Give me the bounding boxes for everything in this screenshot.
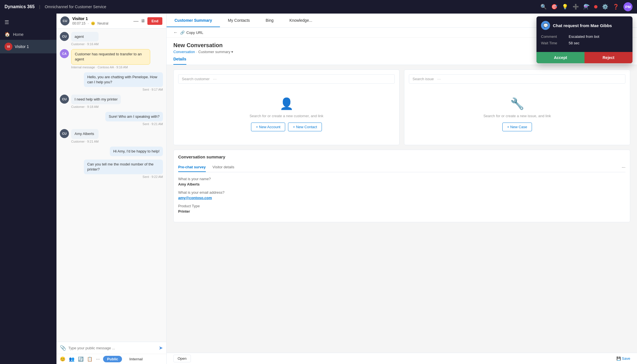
summary-more-button[interactable]: ···	[622, 165, 625, 170]
breadcrumb-separator: ·	[196, 50, 197, 54]
msg-bubble: Hello, you are chatting with Penelope. H…	[84, 72, 163, 87]
copy-url-label: Copy URL	[186, 30, 203, 35]
user-avatar[interactable]: PM	[623, 2, 632, 11]
add-icon[interactable]: ➕	[573, 4, 579, 10]
popup-actions: Accept Reject	[536, 52, 632, 63]
attach-icon[interactable]: 📎	[60, 345, 66, 351]
right-panel: Customer Summary My Contacts Bing Knowle…	[167, 14, 637, 364]
issue-empty-state: 🔧 Search for or create a new issue, and …	[409, 88, 625, 140]
customer-card: Search customer --- 👤 Search for or crea…	[173, 69, 400, 145]
public-tab-button[interactable]: Public	[103, 356, 122, 362]
save-button[interactable]: 💾 Save	[616, 356, 630, 361]
survey-question-name: What is your name?	[178, 177, 625, 181]
chat-input[interactable]	[68, 346, 156, 350]
message-row: Hello, you are chatting with Penelope. H…	[60, 72, 163, 91]
nav-divider: |	[39, 5, 40, 9]
message-row: Hi Amy, I'd be happy to help!	[60, 147, 163, 156]
chat-visitor-name: Visitor 1	[72, 16, 108, 21]
menu-hamburger[interactable]: ☰	[0, 16, 56, 29]
issue-card: Search issue --- 🔧 Search for or create …	[404, 69, 630, 145]
summary-tabs: Pre-chat survey Visitor details ···	[178, 163, 625, 172]
reject-button[interactable]: Reject	[584, 52, 632, 63]
message-row: CU Amy Alberts Customer · 9:21 AM	[60, 129, 163, 143]
visitor-chat-avatar: CU	[60, 16, 69, 25]
more-button[interactable]: ···	[96, 357, 100, 362]
survey-row-name: What is your name? Amy Alberts	[178, 177, 625, 186]
popup-avatar-icon: 💬	[541, 21, 550, 30]
msg-time: Customer · 9:18 AM	[71, 105, 121, 108]
accept-button[interactable]: Accept	[536, 52, 584, 63]
people-button[interactable]: 👥	[69, 356, 75, 362]
sentiment-label: Neutral	[97, 21, 108, 25]
issue-empty-text: Search for or create a new issue, and li…	[483, 114, 551, 118]
new-case-button[interactable]: + New Case	[502, 123, 532, 131]
content-area: Search customer --- 👤 Search for or crea…	[167, 65, 637, 353]
template-button[interactable]: 📋	[87, 356, 93, 362]
settings-icon[interactable]: ⚙️	[602, 4, 608, 10]
tab-bing[interactable]: Bing	[258, 14, 282, 27]
msg-bubble: Sure! Who am I speaking with?	[105, 112, 163, 121]
copy-url-button[interactable]: 🔗 Copy URL	[180, 30, 203, 35]
survey-question-email: What is your email address?	[178, 190, 625, 195]
help-icon[interactable]: ❓	[613, 4, 619, 10]
filter-icon[interactable]: ⚗️	[583, 4, 590, 10]
app-name: Omnichannel for Customer Service	[45, 5, 106, 9]
details-section: Search customer --- 👤 Search for or crea…	[167, 65, 637, 150]
msg-avatar: CU	[60, 95, 69, 104]
bottom-bar: Open 💾 Save	[167, 353, 637, 364]
transfer-button[interactable]: 🔄	[78, 356, 84, 362]
emoji-button[interactable]: 😊	[60, 356, 66, 362]
tab-knowledge[interactable]: Knowledge...	[282, 14, 320, 27]
chat-panel: CU Visitor 1 00:07:15 · 😐 Neutral — 🖥 En…	[56, 14, 167, 364]
message-row: CU I need help with my printer Customer …	[60, 95, 163, 108]
top-nav: Dynamics 365 | Omnichannel for Customer …	[0, 0, 637, 14]
summary-tab-prechat[interactable]: Pre-chat survey	[178, 163, 206, 172]
tab-customer-summary[interactable]: Customer Summary	[167, 14, 220, 27]
search-placeholder: Search customer	[182, 77, 210, 81]
sidebar-item-home[interactable]: 🏠 Home	[0, 29, 56, 40]
summary-card: Conversation summary Pre-chat survey Vis…	[173, 150, 630, 222]
popup-comment-row: Comment Escalated from bot	[541, 34, 628, 39]
sidebar: ☰ 🏠 Home VI Visitor 1	[0, 14, 56, 364]
breadcrumb-link[interactable]: Conversation	[173, 50, 195, 54]
status-dot	[594, 5, 597, 8]
screen-icon[interactable]: 🖥	[141, 18, 145, 23]
msg-bubble: Amy Alberts	[71, 129, 99, 139]
survey-row-email: What is your email address? amy@contoso.…	[178, 190, 625, 200]
internal-tab-button[interactable]: Internal	[125, 356, 147, 362]
lightbulb-icon[interactable]: 💡	[562, 4, 568, 10]
search-issue-placeholder: Search issue	[413, 77, 434, 81]
open-status-button[interactable]: Open	[173, 355, 191, 362]
new-account-button[interactable]: + New Account	[251, 123, 285, 131]
back-button[interactable]: ←	[173, 30, 178, 35]
tab-my-contacts[interactable]: My Contacts	[220, 14, 258, 27]
link-icon: 🔗	[180, 30, 185, 35]
msg-avatar: CU	[60, 129, 69, 138]
chevron-down-icon[interactable]: ▾	[231, 50, 233, 54]
summary-tab-visitor[interactable]: Visitor details	[213, 163, 234, 172]
msg-avatar: CA	[60, 49, 69, 58]
send-button[interactable]: ➤	[159, 345, 163, 351]
wait-time-label: Wait Time	[541, 41, 566, 45]
chat-request-popup: 💬 Chat request from Mae Gibbs Comment Es…	[536, 16, 632, 63]
summary-title: Conversation summary	[178, 154, 625, 159]
chat-messages: CU agent Customer · 9:16 AM CA Customer …	[56, 29, 166, 342]
popup-title: Chat request from Mae Gibbs	[553, 23, 612, 28]
comment-label: Comment	[541, 34, 566, 39]
home-icon[interactable]: 🎯	[551, 4, 557, 10]
search-icon[interactable]: 🔍	[540, 4, 547, 10]
sidebar-item-visitor[interactable]: VI Visitor 1	[0, 40, 56, 53]
msg-bubble: agent	[71, 32, 99, 42]
new-contact-button[interactable]: + New Contact	[288, 123, 322, 131]
minimize-button[interactable]: —	[133, 18, 138, 24]
end-button[interactable]: End	[147, 17, 162, 25]
msg-bubble: Can you tell me the model number of the …	[84, 160, 163, 174]
message-row: CU agent Customer · 9:16 AM	[60, 32, 163, 46]
survey-answer-email[interactable]: amy@contoso.com	[178, 196, 625, 200]
survey-answer-product: Printer	[178, 209, 625, 213]
breadcrumb-current: Customer summary ▾	[198, 50, 233, 54]
message-row: CA Customer has requested to transfer to…	[60, 49, 163, 69]
conv-tab-details[interactable]: Details	[173, 54, 186, 65]
customer-empty-state: 👤 Search for or create a new customer, a…	[178, 88, 395, 140]
chat-timer: 00:07:15	[72, 21, 86, 25]
